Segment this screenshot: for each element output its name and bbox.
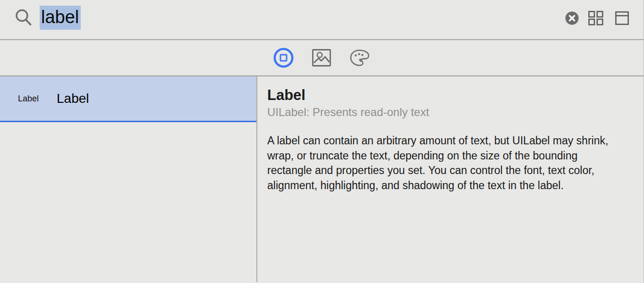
detail-title: Label bbox=[267, 86, 629, 104]
media-library-tab[interactable] bbox=[312, 49, 331, 67]
detail-pane: Label UILabel: Presents read-only text A… bbox=[257, 76, 644, 282]
library-content: Label Label Label UILabel: Presents read… bbox=[0, 76, 644, 282]
library-panel: label bbox=[0, 0, 644, 283]
grid-view-button[interactable] bbox=[588, 11, 603, 25]
square-in-circle-icon bbox=[273, 62, 294, 69]
grid-view-icon bbox=[588, 20, 603, 27]
result-name: Label bbox=[18, 94, 40, 104]
clear-circle-x-icon bbox=[565, 19, 579, 26]
search-bar[interactable]: label bbox=[0, 0, 644, 40]
window-pane-icon bbox=[615, 19, 629, 26]
search-input[interactable]: label bbox=[40, 6, 81, 30]
results-list: Label Label bbox=[0, 76, 257, 282]
palette-icon bbox=[349, 61, 370, 68]
toggle-panel-button[interactable] bbox=[615, 11, 629, 25]
photo-icon bbox=[312, 61, 331, 68]
search-icon bbox=[15, 8, 33, 27]
detail-description: A label can contain an arbitrary amount … bbox=[267, 133, 620, 193]
list-item-label[interactable]: Label Label bbox=[0, 76, 256, 122]
detail-subtitle: UILabel: Presents read-only text bbox=[267, 105, 629, 119]
clear-search-button[interactable] bbox=[565, 11, 579, 25]
objects-library-tab[interactable] bbox=[273, 48, 294, 68]
result-preview: Label bbox=[57, 91, 89, 106]
library-tab-bar bbox=[0, 40, 644, 76]
colors-library-tab[interactable] bbox=[349, 49, 370, 67]
